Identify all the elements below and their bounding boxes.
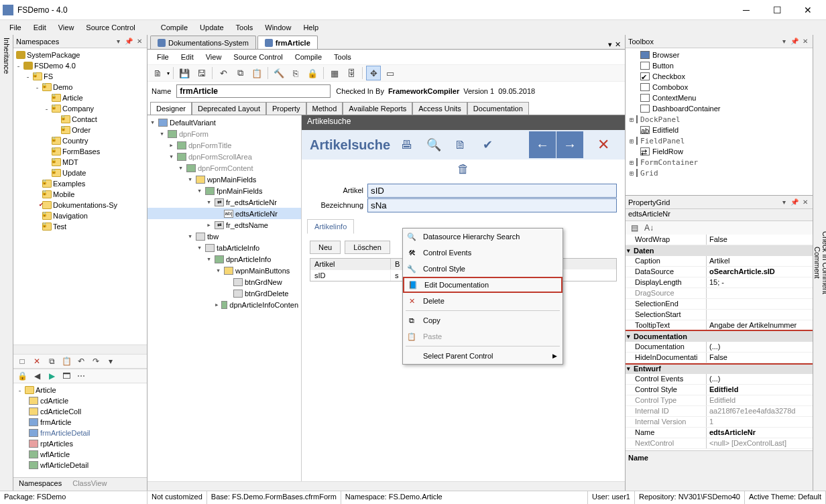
prop-dragsource[interactable]: DragSource — [626, 288, 706, 298]
ctx-select-parent[interactable]: Select Parent Control — [403, 348, 563, 364]
nav-left-icon[interactable]: ◀ — [31, 370, 43, 382]
list-frmarticledetail[interactable]: frmArticleDetail — [40, 429, 91, 437]
saveall-icon[interactable]: 🖫 — [194, 66, 209, 80]
tree-mdt[interactable]: MDT — [62, 158, 78, 166]
db-icon[interactable]: 🗄 — [344, 66, 359, 80]
outline-dpnformtitle[interactable]: dpnFormTitle — [188, 141, 231, 149]
prop-displaylength[interactable]: DisplayLength — [626, 277, 706, 288]
namespaces-tree[interactable]: SystemPackage -FSDemo 4.0 -FS -Demo Arti… — [13, 48, 147, 344]
expand-icon[interactable]: ▾ — [105, 355, 117, 367]
tree-navigation[interactable]: Navigation — [53, 212, 88, 220]
paste-icon[interactable]: 📋 — [60, 355, 72, 367]
propcat-daten[interactable]: Daten — [626, 245, 813, 256]
menu-window[interactable]: Window — [259, 22, 296, 33]
docmenu-edit[interactable]: Edit — [176, 52, 199, 62]
tree-doku[interactable]: Dokumentations-Sy — [53, 201, 117, 209]
innertab-access[interactable]: Access Units — [412, 102, 467, 115]
outline-content[interactable]: dpnFormContent — [198, 164, 253, 172]
undo-icon[interactable]: ↶ — [75, 355, 87, 367]
print-icon[interactable]: 🖶 — [397, 135, 417, 155]
hammer-icon[interactable]: 🔨 — [272, 66, 286, 80]
outline-btngrdnew[interactable]: btnGrdNew — [245, 278, 282, 286]
tool-browser[interactable]: Browser — [652, 51, 679, 59]
menu-edit[interactable]: Edit — [28, 22, 52, 33]
preview-close-icon[interactable]: ✕ — [590, 136, 617, 153]
pin-icon[interactable]: 📌 — [124, 37, 133, 46]
prop-internalid[interactable]: Internal ID — [626, 406, 706, 416]
outline-dpnarticleinfocontent[interactable]: dpnArticleInfoConten — [229, 301, 298, 309]
propcat-documentation[interactable]: Documentation — [626, 331, 813, 342]
tool-fieldrow[interactable]: FieldRow — [652, 147, 683, 155]
ctx-edit-documentation[interactable]: 📘Edit Documentation — [403, 277, 563, 293]
pv-artikel-input[interactable] — [367, 184, 617, 198]
tab-close-icon[interactable]: ✕ — [615, 40, 621, 49]
tree-company[interactable]: Company — [62, 105, 94, 113]
ctx-control-events[interactable]: 🛠Control Events — [403, 245, 563, 261]
trash-icon[interactable]: 🗑 — [457, 162, 469, 176]
prop-internalversion[interactable]: Internal Version — [626, 417, 706, 427]
lefttab-namespaces[interactable]: Namespaces — [13, 478, 67, 491]
docmenu-view[interactable]: View — [200, 52, 227, 62]
prop-nextcontrol[interactable]: NextControl — [626, 438, 706, 448]
undo2-icon[interactable]: ↶ — [216, 66, 231, 80]
outline-wpnmainbuttons[interactable]: wpnMainButtons — [235, 267, 290, 275]
grid-icon[interactable]: ▦ — [327, 66, 342, 80]
prop-dd-icon[interactable]: ▾ — [779, 198, 788, 207]
toolbox-pin-icon[interactable]: 📌 — [790, 37, 799, 46]
list-cdarticle[interactable]: cdArticle — [40, 397, 68, 405]
props-icon[interactable]: 🗖 — [60, 370, 72, 382]
menu-compile[interactable]: Compile — [156, 22, 193, 33]
nav-right-icon[interactable]: ▶ — [46, 370, 58, 382]
tree-order[interactable]: Order — [72, 126, 91, 134]
tool-editfield[interactable]: Editfield — [652, 126, 678, 134]
comment-tab[interactable]: Comment — [813, 247, 821, 279]
list-wflarticledetail[interactable]: wflArticleDetail — [40, 461, 88, 469]
copy2-icon[interactable]: ⧉ — [233, 66, 247, 80]
prop-controlstyle[interactable]: Control Style — [626, 385, 706, 395]
lefttab-classview[interactable]: ClassView — [67, 478, 112, 491]
rect-icon[interactable]: ▭ — [383, 66, 398, 80]
article-list[interactable]: -Article cdArticle cdArticleColl frmArti… — [13, 383, 147, 477]
checkin-comment-tab[interactable]: Check In Comment — [821, 231, 826, 294]
pv-loeschen-button[interactable]: Löschen — [345, 241, 390, 254]
innertab-method[interactable]: Method — [306, 102, 343, 115]
list-root-article[interactable]: Article — [36, 386, 56, 394]
more-icon[interactable]: ⋯ — [75, 370, 87, 382]
pv-bez-input[interactable] — [367, 198, 617, 212]
list-frmarticle[interactable]: frmArticle — [40, 418, 71, 426]
outline-dpnform[interactable]: dpnForm — [179, 130, 209, 138]
docmenu-tools[interactable]: Tools — [329, 52, 357, 62]
outline-tabarticleinfo[interactable]: tabArticleInfo — [217, 244, 259, 252]
tool-dockpanel[interactable]: DockPanel — [640, 115, 681, 124]
outline-fr-articlenr[interactable]: fr_edtsArticleNr — [226, 198, 277, 206]
tree-article[interactable]: Article — [62, 94, 83, 102]
prop-wordwrap[interactable]: WordWrap — [626, 235, 706, 245]
save-icon[interactable]: 💾 — [177, 66, 192, 80]
tree-formbases[interactable]: FormBases — [62, 147, 100, 155]
outline-fr-edtsname[interactable]: fr_edtsName — [226, 221, 268, 229]
toolbox-close-icon[interactable]: ✕ — [801, 37, 810, 46]
paste2-icon[interactable]: 📋 — [249, 66, 264, 80]
tree-mobile[interactable]: Mobile — [53, 190, 74, 198]
outline-tbw[interactable]: tbw — [207, 233, 219, 241]
tree-examples[interactable]: Examples — [53, 180, 85, 188]
innertab-property[interactable]: Property — [266, 102, 306, 115]
prop-pin-icon[interactable]: 📌 — [790, 198, 799, 207]
tool-contextmenu[interactable]: ContextMenu — [652, 94, 696, 102]
outline-edtsarticlenr[interactable]: edtsArticleNr — [235, 210, 278, 218]
inheritance-tab[interactable]: Inheritance — [0, 35, 13, 491]
delete-icon[interactable]: ✕ — [31, 355, 43, 367]
menu-view[interactable]: View — [53, 22, 80, 33]
tree-fs[interactable]: FS — [44, 72, 53, 80]
outline-tree[interactable]: ▾DefaultVariant ▾dpnForm ▸dpnFormTitle ▾… — [148, 115, 302, 481]
minimize-button[interactable]: ─ — [731, 1, 762, 19]
new-doc-icon[interactable]: 🗎 — [150, 66, 165, 80]
tool-dashboard[interactable]: DashboardContainer — [652, 105, 721, 113]
tool-fieldpanel[interactable]: FieldPanel — [640, 137, 685, 145]
check-icon[interactable]: ✔ — [477, 135, 497, 155]
name-input[interactable] — [176, 84, 331, 98]
prop-documentation[interactable]: Documentation — [626, 342, 706, 352]
docmenu-source-control[interactable]: Source Control — [228, 52, 288, 62]
prop-cat-icon[interactable]: ▤ — [628, 222, 640, 234]
prop-tooltip[interactable]: TooltipText — [626, 320, 706, 330]
